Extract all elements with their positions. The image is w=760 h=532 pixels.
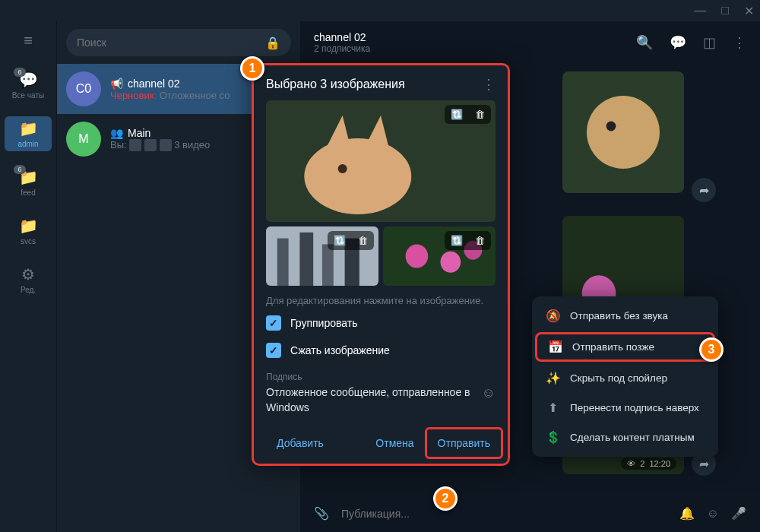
draft-label: Черновик: [110, 90, 157, 101]
maximize-button[interactable]: □ [721, 4, 729, 17]
sidebar-toggle-icon[interactable]: ◫ [703, 34, 716, 51]
reorder-icon[interactable]: 🔃 [445, 231, 469, 250]
send-media-dialog: Выбрано 3 изображения ⋮ 🔃 🗑 🔃🗑 🔃🗑 Для ре… [252, 63, 510, 466]
delete-icon[interactable]: 🗑 [352, 231, 374, 250]
caption-label: Подпись [254, 364, 508, 384]
folder-icon: 📁 [19, 119, 38, 138]
calendar-icon: 📅 [548, 340, 562, 354]
folder-edit[interactable]: ⚙ Ред. [0, 262, 56, 297]
menu-caption-top[interactable]: ⬆Перенести подпись наверх [532, 393, 718, 423]
menu-spoiler[interactable]: ✨Скрыть под спойлер [532, 363, 718, 393]
add-button[interactable]: Добавить [266, 429, 334, 457]
menu-button[interactable]: ≡ [24, 32, 33, 49]
cancel-button[interactable]: Отмена [365, 429, 424, 457]
media-preview-small[interactable]: 🔃🗑 [266, 226, 378, 286]
edit-hint: Для редактирования нажмите на изображени… [254, 286, 508, 309]
avatar: M [66, 122, 101, 157]
send-button[interactable]: Отправить [425, 427, 503, 459]
reorder-icon[interactable]: 🔃 [445, 105, 469, 124]
svg-point-8 [304, 138, 411, 214]
notify-icon[interactable]: 🔔 [679, 506, 695, 521]
mic-icon[interactable]: 🎤 [731, 506, 746, 521]
menu-paid-content[interactable]: 💲Сделать контент платным [532, 423, 718, 452]
you-label: Вы: [110, 139, 127, 150]
search-field[interactable]: 🔒 [66, 29, 291, 56]
callout-3: 3 [699, 337, 724, 362]
avatar: C0 [66, 71, 101, 106]
megaphone-icon: 📢 [110, 78, 123, 90]
folder-sidebar: ≡ 💬6 Все чаты 📁 admin 📁6 feed 📁 svcs ⚙ Р… [0, 21, 57, 532]
folder-feed[interactable]: 📁6 feed [0, 165, 56, 200]
svg-point-2 [606, 122, 616, 131]
message-composer: 📎 🔔 ☺ 🎤 [300, 494, 760, 532]
search-icon[interactable]: 🔍 [636, 34, 653, 51]
chat-header[interactable]: channel 02 2 подписчика 🔍 💬 ◫ ⋮ [300, 21, 760, 64]
dialog-title: Выбрано 3 изображения [266, 78, 482, 91]
more-icon[interactable]: ⋮ [733, 34, 746, 51]
compress-label: Сжать изображение [290, 344, 390, 356]
caption-up-icon: ⬆ [546, 401, 559, 415]
delete-icon[interactable]: 🗑 [469, 231, 491, 250]
chats-icon: 💬6 [19, 71, 38, 89]
folder-label: Ред. [21, 286, 36, 294]
forward-button[interactable]: ➦ [692, 178, 716, 202]
chat-title: Main [128, 127, 150, 139]
message-photo[interactable] [562, 71, 684, 193]
group-checkbox-row[interactable]: ✓ Группировать [254, 309, 508, 337]
folder-label: admin [17, 140, 38, 148]
window-titlebar: — □ ✕ [0, 0, 760, 21]
chat-title: channel 02 [128, 78, 180, 90]
media-thumb [160, 139, 172, 151]
svg-rect-15 [322, 244, 334, 286]
composer-input[interactable] [341, 508, 667, 520]
dialog-more-button[interactable]: ⋮ [482, 76, 496, 93]
folder-label: Все чаты [12, 91, 44, 100]
menu-send-later[interactable]: 📅Отправить позже [535, 332, 715, 362]
compress-checkbox-row[interactable]: ✓ Сжать изображение [254, 337, 508, 364]
delete-icon[interactable]: 🗑 [469, 105, 491, 124]
callout-1: 1 [240, 56, 264, 81]
eye-icon: 👁 [627, 459, 635, 468]
svg-point-1 [587, 96, 660, 169]
chat-header-subtitle: 2 подписчика [314, 43, 636, 54]
send-options-menu: 🔕Отправить без звука 📅Отправить позже ✨С… [532, 296, 718, 457]
chat-header-title: channel 02 [314, 31, 636, 43]
svg-point-18 [406, 244, 429, 268]
folder-icon: 📁6 [19, 168, 38, 186]
lock-icon: 🔒 [265, 36, 280, 50]
group-icon: 👥 [110, 127, 123, 139]
reorder-icon[interactable]: 🔃 [328, 231, 352, 250]
svg-point-11 [338, 164, 347, 173]
emoji-icon[interactable]: ☺ [707, 507, 719, 521]
media-preview-large[interactable]: 🔃 🗑 [266, 100, 496, 222]
folder-admin[interactable]: 📁 admin [5, 116, 52, 151]
discussion-icon[interactable]: 💬 [670, 34, 686, 51]
checkbox-checked-icon: ✓ [266, 315, 281, 331]
svg-rect-13 [277, 239, 289, 286]
svg-point-19 [440, 252, 461, 273]
coin-icon: 💲 [546, 430, 559, 445]
dog-photo [562, 71, 684, 193]
media-thumb [144, 139, 157, 151]
settings-sliders-icon: ⚙ [21, 265, 35, 283]
attach-icon[interactable]: 📎 [314, 506, 329, 521]
checkbox-checked-icon: ✓ [266, 343, 281, 358]
svg-rect-14 [299, 233, 313, 286]
folder-all-chats[interactable]: 💬6 Все чаты [0, 68, 56, 103]
minimize-button[interactable]: — [694, 4, 706, 17]
search-input[interactable] [77, 36, 265, 49]
image-actions: 🔃 🗑 [445, 105, 491, 124]
media-thumb [129, 139, 141, 151]
menu-send-silent[interactable]: 🔕Отправить без звука [532, 301, 718, 331]
spoiler-icon: ✨ [546, 371, 559, 385]
folder-label: svcs [21, 237, 36, 245]
media-preview-small[interactable]: 🔃🗑 [383, 226, 496, 286]
message-meta: 👁212:20 [621, 458, 676, 470]
folder-svcs[interactable]: 📁 svcs [0, 214, 56, 249]
mute-icon: 🔕 [546, 309, 559, 323]
caption-input[interactable]: Отложенное сообщение, отправленное в Win… [266, 385, 476, 415]
folder-label: feed [21, 188, 35, 197]
close-window-button[interactable]: ✕ [744, 4, 754, 18]
group-label: Группировать [290, 317, 357, 329]
emoji-picker-icon[interactable]: ☺ [482, 385, 496, 401]
